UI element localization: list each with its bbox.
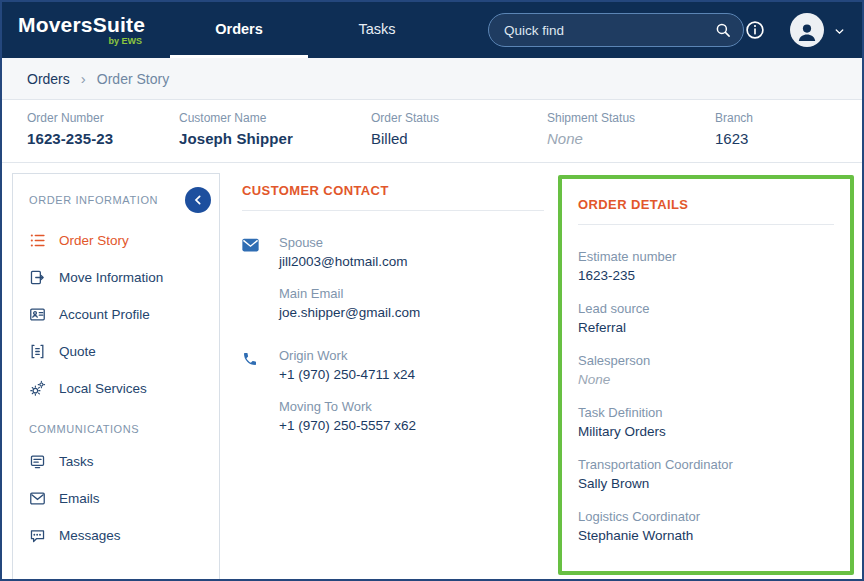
- tasks-icon: [29, 453, 46, 470]
- sidebar-section-order-information: ORDER INFORMATION: [29, 194, 158, 206]
- logo-text: MoversSuite: [18, 14, 170, 36]
- sidebar-header: ORDER INFORMATION: [13, 174, 219, 222]
- info-icon: [744, 19, 766, 41]
- app-window: MoversSuite by EWS Orders Tasks: [0, 0, 864, 581]
- sidebar-item-label: Account Profile: [59, 307, 150, 322]
- contact-entry-spouse: Spouse jill2003@hotmail.com: [242, 235, 544, 269]
- quote-icon: [29, 343, 46, 360]
- tab-tasks[interactable]: Tasks: [308, 2, 446, 58]
- detail-value: Sally Brown: [578, 476, 834, 491]
- search-icon[interactable]: [714, 21, 732, 39]
- local-services-icon: [29, 380, 46, 397]
- detail-value: Military Orders: [578, 424, 834, 439]
- email-icon: [242, 235, 279, 269]
- detail-label: Salesperson: [578, 353, 834, 368]
- contact-entry-text: Spouse jill2003@hotmail.com: [279, 235, 408, 269]
- chevron-left-icon: [190, 192, 206, 208]
- detail-label: Lead source: [578, 301, 834, 316]
- contact-entry-origin-work: Origin Work +1 (970) 250-4711 x24: [242, 348, 544, 382]
- app-logo: MoversSuite by EWS: [2, 2, 170, 58]
- sidebar-item-emails[interactable]: Emails: [13, 480, 219, 517]
- tab-orders[interactable]: Orders: [170, 2, 308, 58]
- customer-contact-title: CUSTOMER CONTACT: [242, 175, 544, 211]
- info-button[interactable]: [744, 19, 766, 41]
- detail-label: Logistics Coordinator: [578, 509, 834, 524]
- sidebar-item-order-story[interactable]: Order Story: [13, 222, 219, 259]
- detail-value: Referral: [578, 320, 834, 335]
- logo-subtext: by EWS: [108, 36, 142, 46]
- customer-contact-entries: Spouse jill2003@hotmail.com Main Email j…: [242, 211, 544, 433]
- summary-value: Billed: [371, 130, 547, 147]
- order-details-section: ORDER DETAILS Estimate number 1623-235 L…: [558, 175, 854, 579]
- quick-find-input[interactable]: [488, 13, 744, 47]
- sidebar-item-label: Move Information: [59, 270, 163, 285]
- detail-field-estimate-number: Estimate number 1623-235: [578, 249, 834, 283]
- contact-entry-main-email: Main Email joe.shipper@gmail.com: [242, 286, 544, 320]
- breadcrumb-separator-icon: ›: [81, 70, 86, 87]
- sidebar: ORDER INFORMATION Order Story Move Infor…: [12, 173, 220, 579]
- detail-field-transportation-coordinator: Transportation Coordinator Sally Brown: [578, 457, 834, 491]
- contact-value: +1 (970) 250-4711 x24: [279, 367, 415, 382]
- contact-entry-text: Main Email joe.shipper@gmail.com: [279, 286, 420, 320]
- avatar-icon: [790, 13, 824, 47]
- contact-label: Origin Work: [279, 348, 415, 363]
- order-summary-bar: Order Number 1623-235-23 Customer Name J…: [2, 100, 862, 163]
- contact-value: joe.shipper@gmail.com: [279, 305, 420, 320]
- summary-order-status: Order Status Billed: [371, 111, 547, 162]
- tab-tasks-label: Tasks: [358, 21, 395, 37]
- primary-nav: Orders Tasks: [170, 2, 446, 58]
- sidebar-item-account-profile[interactable]: Account Profile: [13, 296, 219, 333]
- icon-spacer: [242, 286, 279, 320]
- order-details-title: ORDER DETAILS: [578, 189, 834, 225]
- breadcrumb: Orders › Order Story: [2, 58, 862, 100]
- sidebar-item-move-information[interactable]: Move Information: [13, 259, 219, 296]
- contact-label: Moving To Work: [279, 399, 416, 414]
- summary-value: None: [547, 130, 715, 147]
- detail-field-salesperson: Salesperson None: [578, 353, 834, 387]
- summary-shipment-status: Shipment Status None: [547, 111, 715, 162]
- top-navbar: MoversSuite by EWS Orders Tasks: [2, 2, 862, 58]
- contact-label: Spouse: [279, 235, 408, 250]
- summary-customer-name: Customer Name Joseph Shipper: [179, 111, 371, 162]
- summary-value: Joseph Shipper: [179, 130, 371, 147]
- chevron-down-icon: [833, 24, 846, 37]
- detail-label: Estimate number: [578, 249, 834, 264]
- customer-contact-section: CUSTOMER CONTACT Spouse jill2003@hotmail…: [242, 175, 544, 579]
- content-area: ORDER INFORMATION Order Story Move Infor…: [2, 163, 862, 579]
- sidebar-item-label: Tasks: [59, 454, 94, 469]
- detail-label: Transportation Coordinator: [578, 457, 834, 472]
- contact-entry-text: Moving To Work +1 (970) 250-5557 x62: [279, 399, 416, 433]
- main-content: CUSTOMER CONTACT Spouse jill2003@hotmail…: [220, 163, 862, 579]
- order-story-icon: [29, 232, 46, 249]
- detail-field-logistics-coordinator: Logistics Coordinator Stephanie Wornath: [578, 509, 834, 543]
- sidebar-item-quote[interactable]: Quote: [13, 333, 219, 370]
- summary-label: Branch: [715, 111, 753, 125]
- sidebar-item-messages[interactable]: Messages: [13, 517, 219, 554]
- tab-orders-label: Orders: [215, 21, 263, 37]
- contact-value: +1 (970) 250-5557 x62: [279, 418, 416, 433]
- order-details-fields: Estimate number 1623-235 Lead source Ref…: [578, 225, 834, 543]
- summary-value: 1623: [715, 130, 753, 147]
- breadcrumb-orders[interactable]: Orders: [27, 71, 70, 87]
- sidebar-item-label: Quote: [59, 344, 96, 359]
- sidebar-section-communications: COMMUNICATIONS: [13, 407, 219, 443]
- summary-branch: Branch 1623: [715, 111, 753, 162]
- detail-value: None: [578, 372, 834, 387]
- sidebar-collapse-button[interactable]: [185, 187, 211, 213]
- annotation-highlight-box: ORDER DETAILS Estimate number 1623-235 L…: [558, 175, 854, 575]
- summary-label: Customer Name: [179, 111, 371, 125]
- sidebar-item-label: Order Story: [59, 233, 129, 248]
- sidebar-item-local-services[interactable]: Local Services: [13, 370, 219, 407]
- detail-field-task-definition: Task Definition Military Orders: [578, 405, 834, 439]
- quick-find: [488, 13, 744, 47]
- summary-label: Shipment Status: [547, 111, 715, 125]
- contact-entry-moving-to-work: Moving To Work +1 (970) 250-5557 x62: [242, 399, 544, 433]
- emails-icon: [29, 490, 46, 507]
- summary-label: Order Number: [27, 111, 179, 125]
- sidebar-item-tasks[interactable]: Tasks: [13, 443, 219, 480]
- sidebar-item-label: Local Services: [59, 381, 147, 396]
- detail-value: Stephanie Wornath: [578, 528, 834, 543]
- summary-label: Order Status: [371, 111, 547, 125]
- user-menu[interactable]: [790, 13, 846, 47]
- detail-label: Task Definition: [578, 405, 834, 420]
